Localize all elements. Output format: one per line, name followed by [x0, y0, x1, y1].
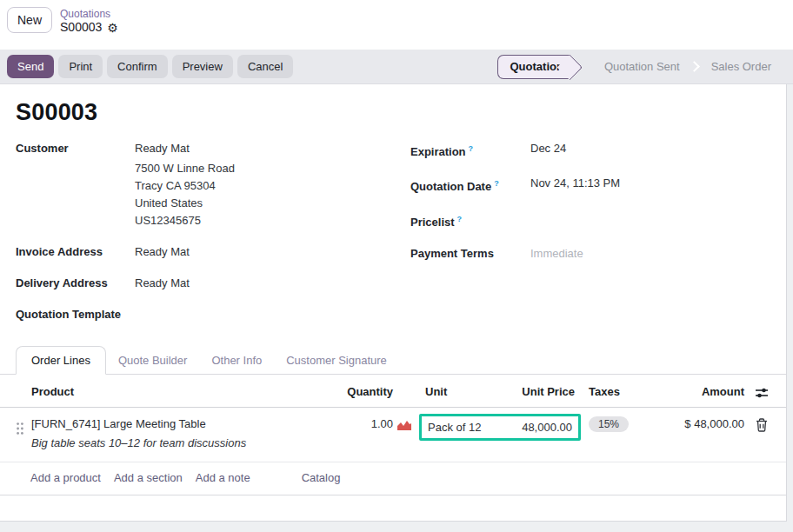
address-line: United States [135, 195, 235, 212]
area-chart-icon[interactable] [393, 416, 416, 431]
cancel-button[interactable]: Cancel [237, 55, 293, 78]
customer-value[interactable]: Ready Mat [135, 140, 235, 157]
quotation-date-label: Quotation Date? [410, 175, 530, 196]
tab-other-info[interactable]: Other Info [199, 347, 274, 374]
order-line-row: [FURN_6741] Large Meeting Table Big tabl… [0, 408, 786, 462]
page: New Quotations S00003 ⚙ Send Print Confi… [0, 0, 793, 532]
add-product-link[interactable]: Add a product [30, 471, 101, 484]
order-lines-header: Product Quantity Unit Unit Price Taxes A… [0, 375, 786, 408]
column-amount: Amount [642, 385, 744, 398]
invoice-address-label: Invoice Address [16, 243, 135, 261]
field-quotation-date: Quotation Date? Nov 24, 11:13 PM [410, 175, 786, 196]
drag-handle-icon[interactable] [16, 416, 31, 436]
column-unit-price: Unit Price [522, 385, 575, 398]
column-quantity: Quantity [323, 385, 393, 398]
expiration-value[interactable]: Dec 24 [530, 140, 566, 161]
record-title[interactable]: S00003 [0, 84, 786, 140]
form-column-right: Expiration? Dec 24 Quotation Date? Nov 2… [410, 140, 786, 337]
customer-label: Customer [16, 140, 135, 229]
action-bar: Send Print Confirm Preview Cancel Quotat… [0, 50, 793, 84]
quotation-date-value[interactable]: Nov 24, 11:13 PM [530, 175, 620, 196]
breadcrumb: Quotations S00003 ⚙ [60, 7, 118, 35]
field-delivery-address: Delivery Address Ready Mat [16, 275, 410, 292]
stage-sales-order[interactable]: Sales Order [698, 60, 784, 73]
column-taxes: Taxes [581, 385, 642, 398]
quotation-template-label: Quotation Template [16, 306, 135, 323]
unit-price-value[interactable]: 48,000.00 [522, 421, 572, 434]
help-icon: ? [457, 215, 463, 223]
catalog-link[interactable]: Catalog [302, 471, 341, 484]
payment-terms-value[interactable]: Immediate [530, 245, 583, 263]
product-name[interactable]: [FURN_6741] Large Meeting Table [31, 416, 318, 433]
notebook-tabs: Order Lines Quote Builder Other Info Cus… [0, 344, 786, 375]
product-description[interactable]: Big table seats 10–12 for team discussio… [31, 435, 318, 452]
amount-value: $ 48,000.00 [642, 416, 744, 430]
tab-quote-builder[interactable]: Quote Builder [106, 347, 200, 374]
order-lines-footer: Add a product Add a section Add a note C… [0, 462, 786, 495]
field-invoice-address: Invoice Address Ready Mat [16, 243, 410, 261]
column-unit: Unit [425, 385, 447, 398]
invoice-address-value[interactable]: Ready Mat [135, 243, 190, 261]
stage-quotation[interactable]: Quotation [497, 55, 570, 79]
form-grid: Customer Ready Mat 7500 W Linne Road Tra… [0, 140, 786, 337]
breadcrumb-quotations-link[interactable]: Quotations [60, 8, 118, 20]
add-note-link[interactable]: Add a note [196, 471, 250, 484]
status-pipeline: Quotation Quotation Sent Sales Order [497, 55, 785, 79]
expiration-label: Expiration? [410, 140, 530, 161]
payment-terms-label: Payment Terms [410, 245, 530, 263]
new-button[interactable]: New [7, 7, 52, 33]
preview-button[interactable]: Preview [172, 55, 233, 78]
pricelist-label: Pricelist? [410, 210, 530, 231]
delivery-address-label: Delivery Address [16, 275, 135, 292]
help-icon: ? [494, 179, 499, 188]
breadcrumb-current: S00003 [60, 20, 102, 35]
trash-icon[interactable] [744, 416, 779, 432]
tax-badge[interactable]: 15% [589, 416, 629, 432]
field-pricelist: Pricelist? [410, 210, 786, 231]
delivery-address-value[interactable]: Ready Mat [135, 275, 190, 292]
print-button[interactable]: Print [58, 55, 103, 78]
tab-order-lines[interactable]: Order Lines [16, 346, 106, 375]
action-buttons: Send Print Confirm Preview Cancel [7, 55, 293, 78]
top-navbar: New Quotations S00003 ⚙ [0, 0, 793, 50]
address-line: US12345675 [135, 212, 235, 229]
gear-icon[interactable]: ⚙ [107, 22, 118, 34]
address-line: Tracy CA 95304 [135, 177, 235, 195]
tab-customer-signature[interactable]: Customer Signature [274, 347, 399, 374]
form-column-left: Customer Ready Mat 7500 W Linne Road Tra… [16, 140, 410, 337]
stage-quotation-sent[interactable]: Quotation Sent [591, 60, 693, 73]
address-line: 7500 W Linne Road [135, 160, 235, 177]
sliders-icon[interactable] [744, 385, 779, 399]
confirm-button[interactable]: Confirm [107, 55, 168, 78]
highlight-box: Pack of 12 48,000.00 [419, 414, 581, 441]
field-expiration: Expiration? Dec 24 [410, 140, 786, 161]
column-product: Product [31, 385, 323, 398]
add-section-link[interactable]: Add a section [114, 471, 183, 484]
customer-address: 7500 W Linne Road Tracy CA 95304 United … [135, 160, 235, 229]
unit-value[interactable]: Pack of 12 [428, 421, 481, 434]
field-payment-terms: Payment Terms Immediate [410, 245, 786, 263]
field-quotation-template: Quotation Template [16, 306, 410, 323]
send-button[interactable]: Send [7, 55, 54, 78]
help-icon: ? [469, 144, 474, 153]
field-customer: Customer Ready Mat 7500 W Linne Road Tra… [16, 140, 410, 229]
quantity-value[interactable]: 1.00 [323, 416, 393, 430]
form-sheet: S00003 Customer Ready Mat 7500 W Linne R… [0, 84, 787, 522]
